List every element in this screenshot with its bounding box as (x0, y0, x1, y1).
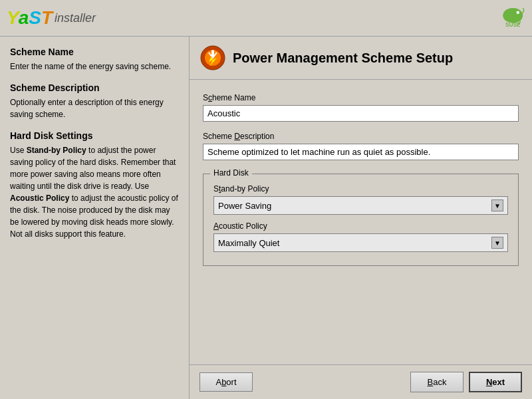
sidebar-scheme-description-text: Optionally enter a description of this e… (10, 96, 179, 120)
sidebar-scheme-name-section: Scheme Name Enter the name of the energy… (10, 47, 179, 72)
standby-policy-value: Power Saving (218, 201, 491, 211)
sidebar-scheme-name-heading: Scheme Name (10, 47, 179, 57)
sidebar-hard-disk-section: Hard Disk Settings Use Stand-by Policy t… (10, 130, 179, 240)
sidebar-hard-disk-text: Use Stand-by Policy to adjust the power … (10, 144, 179, 240)
acoustic-policy-arrow: ▼ (491, 237, 503, 249)
svg-text:SUSE: SUSE (505, 22, 521, 28)
yast-logo: YaST installer (7, 7, 96, 29)
sidebar-hard-disk-heading: Hard Disk Settings (10, 130, 179, 141)
svg-rect-5 (211, 50, 214, 58)
content-body: Scheme Name Scheme Description Hard Disk… (190, 80, 532, 364)
content-area: Power Management Scheme Setup Scheme Nam… (190, 37, 532, 399)
suse-logo: SUSE (485, 5, 525, 31)
installer-text: installer (55, 11, 96, 25)
acoustic-policy-dropdown[interactable]: Maximally Quiet ▼ (213, 233, 508, 252)
sidebar-scheme-description-section: Scheme Description Optionally enter a de… (10, 82, 179, 120)
sidebar: Scheme Name Enter the name of the energy… (0, 37, 190, 399)
scheme-description-input[interactable] (203, 144, 519, 160)
content-header: Power Management Scheme Setup (190, 37, 532, 80)
hard-disk-legend: Hard Disk (210, 168, 252, 178)
scheme-description-label: Scheme Description (203, 132, 519, 141)
top-bar: YaST installer SUSE (0, 0, 532, 37)
scheme-name-label: Scheme Name (203, 93, 519, 102)
scheme-name-input[interactable] (203, 105, 519, 122)
power-management-icon (200, 45, 226, 71)
back-button[interactable]: Back (410, 372, 464, 392)
main-layout: Scheme Name Enter the name of the energy… (0, 37, 532, 399)
acoustic-policy-label: Acoustic Policy (213, 221, 508, 231)
acoustic-policy-value: Maximally Quiet (218, 238, 491, 248)
sidebar-scheme-description-heading: Scheme Description (10, 82, 179, 93)
page-title: Power Management Scheme Setup (233, 51, 453, 66)
standby-policy-label: Stand-by Policy (213, 184, 508, 194)
button-bar: Abort Back Next (190, 364, 532, 399)
hard-disk-group: Hard Disk Stand-by Policy Power Saving ▼… (203, 174, 519, 266)
sidebar-scheme-name-text: Enter the name of the energy saving sche… (10, 61, 179, 72)
standby-policy-dropdown[interactable]: Power Saving ▼ (213, 196, 508, 215)
svg-point-2 (517, 11, 520, 15)
abort-button[interactable]: Abort (200, 372, 253, 392)
yast-logo-text: YaST (7, 7, 53, 29)
standby-policy-arrow: ▼ (491, 200, 503, 211)
next-button[interactable]: Next (469, 372, 522, 392)
right-buttons: Back Next (410, 372, 522, 392)
